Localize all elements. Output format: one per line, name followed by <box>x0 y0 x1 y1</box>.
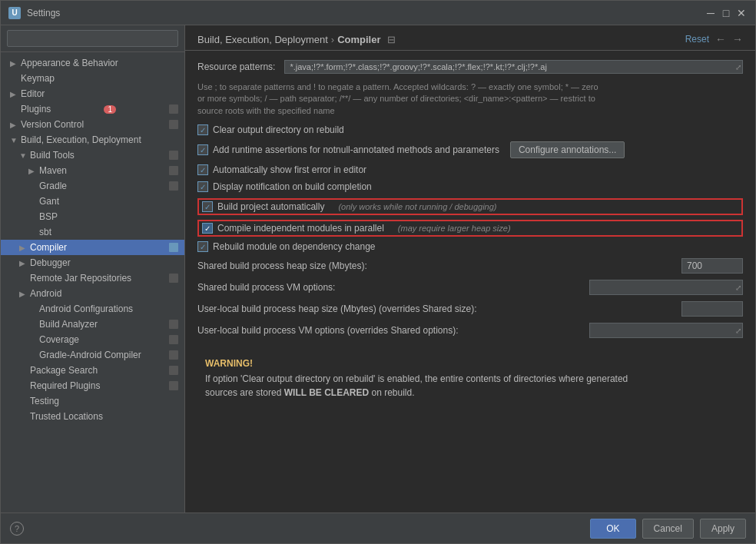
user-vm-label: User-local build process VM options (ove… <box>197 325 583 336</box>
search-input[interactable] <box>7 30 178 47</box>
checkbox-show-error: Automatically show first error in editor <box>197 164 743 175</box>
sidebar-item-plugins[interactable]: Plugins 1 <box>1 101 184 117</box>
user-vm-wrap: ⤢ <box>589 323 743 338</box>
checkbox-display-notification: Display notification on build completion <box>197 181 743 192</box>
sidebar-item-version-control[interactable]: ▶ Version Control <box>1 117 184 132</box>
resource-patterns-input[interactable] <box>284 60 743 74</box>
expand-icon <box>28 213 36 221</box>
expand-icon: ▶ <box>10 121 18 129</box>
sidebar-item-label: Android Configurations <box>39 304 133 314</box>
checkbox-add-runtime: Add runtime assertions for notnull-annot… <box>197 141 743 158</box>
sidebar-item-gradle-android[interactable]: Gradle-Android Compiler <box>1 347 184 363</box>
checkbox-compile-parallel-info: (may require larger heap size) <box>398 224 511 233</box>
sidebar-item-compiler[interactable]: ▶ Compiler <box>1 240 184 255</box>
sidebar-item-coverage[interactable]: Coverage <box>1 332 184 347</box>
sidebar-item-build-analyzer[interactable]: Build Analyzer <box>1 317 184 332</box>
checkbox-build-auto-check[interactable] <box>202 201 213 212</box>
apply-button[interactable]: Apply <box>700 519 746 539</box>
sidebar-item-android[interactable]: ▶ Android <box>1 286 184 301</box>
content-area: ▶ Appearance & Behavior Keymap ▶ Editor … <box>1 25 755 512</box>
close-button[interactable]: ✕ <box>735 7 748 19</box>
sidebar-item-label: Required Plugins <box>30 380 100 391</box>
sidebar-item-editor[interactable]: ▶ Editor <box>1 86 184 101</box>
ok-button[interactable]: OK <box>590 519 635 539</box>
sidebar-item-debugger[interactable]: ▶ Debugger <box>1 255 184 270</box>
sidebar-item-label: Debugger <box>30 257 71 268</box>
sidebar-item-appearance[interactable]: ▶ Appearance & Behavior <box>1 55 184 71</box>
minimize-button[interactable]: ─ <box>705 7 717 19</box>
sidebar-item-label: Remote Jar Repositories <box>30 273 131 284</box>
sidebar-item-trusted-locations[interactable]: Trusted Locations <box>1 409 184 424</box>
sidebar-item-keymap[interactable]: Keymap <box>1 71 184 86</box>
configure-annotations-button[interactable]: Configure annotations... <box>510 141 625 158</box>
vm-options-row: Shared build process VM options: ⤢ <box>197 280 743 295</box>
expand-icon: ▶ <box>10 90 18 98</box>
sidebar-item-label: Coverage <box>39 334 79 345</box>
vm-options-input[interactable] <box>589 280 743 295</box>
expand-icon <box>28 182 36 191</box>
settings-area: Resource patterns: ⤢ Use ; to separate p… <box>185 51 755 512</box>
heap-size-input[interactable] <box>681 258 743 274</box>
sidebar-item-remote-jar[interactable]: Remote Jar Repositories <box>1 270 184 286</box>
checkbox-build-auto-label: Build project automatically <box>217 201 324 212</box>
sidebar-item-build-exec[interactable]: ▼ Build, Execution, Deployment <box>1 132 184 148</box>
resource-input-wrap: ⤢ <box>284 60 743 74</box>
user-heap-label: User-local build process heap size (Mbyt… <box>197 304 675 314</box>
hint-line1: Use ; to separate patterns and ! to nega… <box>197 82 598 91</box>
sidebar-item-label: Trusted Locations <box>30 411 103 422</box>
bottom-buttons: OK Cancel Apply <box>590 519 746 539</box>
sidebar-item-label: sbt <box>39 227 51 237</box>
expand-icon <box>28 228 36 237</box>
section-icon <box>169 320 178 329</box>
checkbox-build-auto-info: (only works while not running / debuggin… <box>338 202 496 211</box>
breadcrumb: Build, Execution, Deployment › Compiler … <box>197 34 396 45</box>
sidebar-item-label: Android <box>30 288 61 299</box>
forward-arrow[interactable]: → <box>732 33 743 45</box>
checkbox-show-error-check[interactable] <box>197 164 208 175</box>
sidebar-item-label: Testing <box>30 396 59 406</box>
search-box <box>1 25 184 52</box>
checkbox-compile-parallel-check[interactable] <box>202 223 213 234</box>
expand-icon <box>10 75 18 83</box>
sidebar-item-label: Package Search <box>30 365 98 376</box>
sidebar-item-sbt[interactable]: sbt <box>1 224 184 240</box>
window-title: Settings <box>27 8 705 18</box>
sidebar-item-maven[interactable]: ▶ Maven <box>1 163 184 178</box>
reset-button[interactable]: Reset <box>685 34 709 45</box>
sidebar-item-required-plugins[interactable]: Required Plugins <box>1 378 184 393</box>
back-arrow[interactable]: ← <box>715 33 726 45</box>
sidebar-item-gant[interactable]: Gant <box>1 194 184 209</box>
section-icon <box>169 120 178 129</box>
sidebar-item-label: Gradle <box>39 181 67 191</box>
expand-icon: ▼ <box>19 151 27 160</box>
help-button[interactable]: ? <box>10 522 24 536</box>
sidebar-item-label: Maven <box>39 165 67 176</box>
section-icon <box>169 151 178 160</box>
sidebar-item-package-search[interactable]: Package Search <box>1 363 184 378</box>
sidebar-item-android-config[interactable]: Android Configurations <box>1 301 184 317</box>
checkbox-add-runtime-check[interactable] <box>197 144 208 155</box>
expand-icon: ⤢ <box>735 327 741 335</box>
checkbox-rebuild-module-label: Rebuild module on dependency change <box>213 241 376 252</box>
hint-text: Use ; to separate patterns and ! to nega… <box>197 81 743 117</box>
user-vm-input[interactable] <box>589 323 743 338</box>
checkbox-clear-output-check[interactable] <box>197 124 208 135</box>
checkbox-rebuild-module-check[interactable] <box>197 241 208 252</box>
expand-icon <box>28 197 36 206</box>
checkbox-display-notification-check[interactable] <box>197 181 208 192</box>
sidebar-item-build-tools[interactable]: ▼ Build Tools <box>1 148 184 163</box>
expand-icon: ▶ <box>19 259 27 267</box>
checkbox-rebuild-module: Rebuild module on dependency change <box>197 241 743 252</box>
checkbox-build-auto: Build project automatically (only works … <box>197 198 743 215</box>
expand-icon: ⤢ <box>735 284 741 292</box>
sidebar-item-label: Editor <box>21 88 45 99</box>
user-heap-input[interactable] <box>681 301 743 317</box>
sidebar-item-label: Keymap <box>21 73 55 84</box>
breadcrumb-path: Build, Execution, Deployment <box>197 34 328 45</box>
cancel-button[interactable]: Cancel <box>642 519 694 539</box>
sidebar-item-bsp[interactable]: BSP <box>1 209 184 224</box>
maximize-button[interactable]: □ <box>720 7 732 19</box>
sidebar-item-testing[interactable]: Testing <box>1 393 184 409</box>
checkbox-show-error-label: Automatically show first error in editor <box>213 164 366 175</box>
sidebar-item-gradle[interactable]: Gradle <box>1 178 184 194</box>
